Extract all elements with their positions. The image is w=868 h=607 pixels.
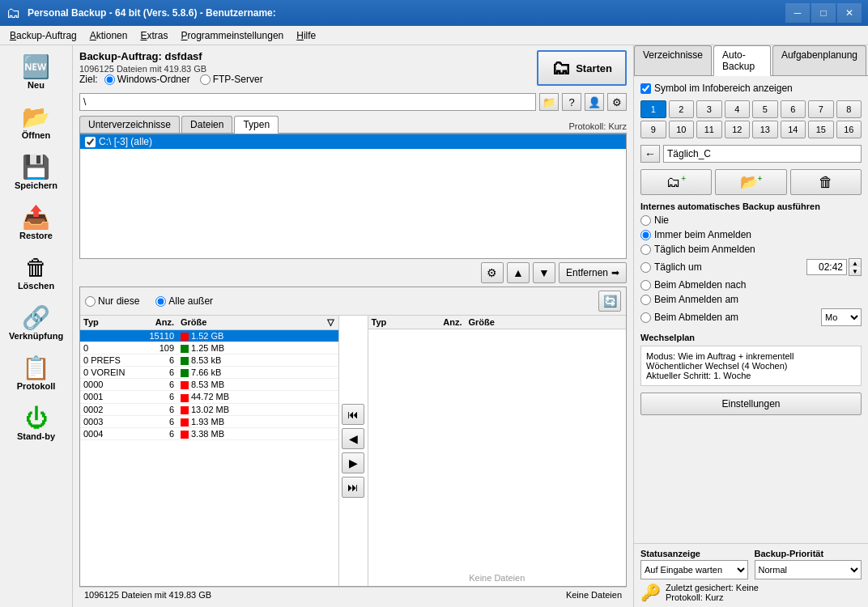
num-btn-7[interactable]: 7	[808, 100, 834, 118]
time-spin[interactable]: ▲ ▼	[849, 258, 862, 276]
radio-anmelden-am[interactable]: Beim Anmelden am	[640, 294, 862, 305]
sidebar-btn-oeffnen[interactable]: 📂 Öffnen	[4, 99, 69, 147]
move-all-left-button[interactable]: ⏮	[342, 404, 364, 425]
dir-item-c[interactable]: C:\ [-3] (alle)	[80, 134, 626, 149]
num-btn-11[interactable]: 11	[696, 121, 722, 138]
verknuepfung-label: Verknüpfung	[9, 331, 63, 341]
tool-settings-button[interactable]: ⚙	[481, 262, 504, 283]
target-windows[interactable]: Windows-Ordner	[104, 74, 190, 85]
type-row[interactable]: 0002613.02 MB	[80, 404, 338, 416]
sidebar: 🆕 Neu 📂 Öffnen 💾 Speichern 📤 Restore 🗑 L…	[0, 45, 73, 607]
path-settings-button[interactable]: ⚙	[607, 93, 627, 111]
num-btn-9[interactable]: 9	[640, 121, 666, 138]
rp-tab-aufgabenplanung[interactable]: Aufgabenplanung	[772, 45, 866, 75]
name-input[interactable]	[663, 145, 862, 163]
num-btn-14[interactable]: 14	[781, 121, 806, 138]
time-input[interactable]	[806, 259, 847, 275]
target-ftp[interactable]: FTP-Server	[200, 74, 263, 85]
sidebar-btn-verknuepfung[interactable]: 🔗 Verknüpfung	[4, 299, 69, 348]
menu-programmeinstellungen[interactable]: Programmeinstellungen	[174, 27, 290, 45]
num-btn-16[interactable]: 16	[836, 121, 862, 138]
loeschen-label: Löschen	[18, 281, 54, 291]
type-row[interactable]: 000463.38 MB	[80, 428, 338, 440]
num-btn-4[interactable]: 4	[725, 100, 751, 118]
minimize-button[interactable]: ─	[785, 3, 810, 23]
num-btn-1[interactable]: 1	[640, 100, 666, 118]
radio-taeglich-um[interactable]: Täglich um	[640, 261, 702, 273]
move-right-button[interactable]: ▶	[342, 452, 364, 473]
num-btn-8[interactable]: 8	[836, 100, 862, 118]
close-button[interactable]: ✕	[837, 3, 862, 23]
sidebar-btn-speichern[interactable]: 💾 Speichern	[4, 149, 69, 197]
num-btn-2[interactable]: 2	[669, 100, 695, 118]
type-table-left[interactable]: 151101.52 GB01091.25 MB0 PREFS68.53 kB0 …	[80, 330, 338, 586]
alle-ausser-radio[interactable]: Alle außer	[155, 295, 213, 307]
type-row[interactable]: 0 PREFS68.53 kB	[80, 354, 338, 367]
day-select[interactable]: MoDiMiDoFrSaSo	[821, 308, 862, 326]
tab-dateien[interactable]: Dateien	[181, 116, 232, 133]
radio-taeglich-anmelden[interactable]: Täglich beim Anmelden	[640, 244, 862, 255]
tool-down-button[interactable]: ▼	[533, 262, 555, 283]
neu-icon: 🆕	[22, 56, 50, 79]
wechselplan-box: Modus: Wie im Auftrag + inkrementell Wöc…	[640, 346, 862, 386]
sidebar-btn-standby[interactable]: ⏻ Stand-by	[4, 400, 69, 448]
num-btn-13[interactable]: 13	[752, 121, 778, 138]
move-left-button[interactable]: ◀	[342, 428, 364, 449]
maximize-button[interactable]: □	[811, 3, 836, 23]
entfernen-button[interactable]: Entfernen ➡	[559, 262, 627, 283]
sidebar-btn-neu[interactable]: 🆕 Neu	[4, 49, 69, 97]
type-row[interactable]: 000361.93 MB	[80, 416, 338, 428]
symbol-checkbox[interactable]	[640, 83, 651, 94]
tab-typen[interactable]: Typen	[234, 116, 279, 134]
time-up-arrow[interactable]: ▲	[849, 259, 861, 267]
menu-hilfe[interactable]: Hilfe	[290, 27, 322, 45]
dir-checkbox-c[interactable]	[85, 137, 96, 147]
status-area: Statusanzeige Auf Eingabe warten Minimie…	[634, 543, 868, 607]
sidebar-btn-loeschen[interactable]: 🗑 Löschen	[4, 249, 69, 298]
menu-backup-auftrag[interactable]: Backup-Auftrag	[3, 27, 83, 45]
num-btn-10[interactable]: 10	[669, 121, 695, 138]
num-btn-15[interactable]: 15	[808, 121, 834, 138]
path-browse-button[interactable]: 📁	[539, 93, 559, 111]
radio-immer[interactable]: Immer beim Anmelden	[640, 229, 862, 240]
statusanzeige-select[interactable]: Auf Eingabe warten Minimiert starten Aus…	[640, 560, 748, 579]
priority-select[interactable]: Normal Niedrig Hoch	[755, 560, 862, 579]
action-buttons: 🗂+ 📂+ 🗑	[640, 169, 862, 195]
add-existing-button[interactable]: 📂+	[715, 169, 786, 195]
type-row[interactable]: 0 VOREIN67.66 kB	[80, 367, 338, 379]
path-input[interactable]	[79, 93, 536, 111]
time-down-arrow[interactable]: ▼	[849, 267, 861, 275]
move-all-right-button[interactable]: ⏭	[342, 477, 364, 498]
nur-diese-radio[interactable]: Nur diese	[85, 295, 139, 307]
delete-job-button[interactable]: 🗑	[790, 169, 862, 195]
tool-up-button[interactable]: ▲	[507, 262, 530, 283]
rp-tab-autobackup[interactable]: Auto-Backup	[713, 45, 771, 76]
verknuepfung-icon: 🔗	[22, 307, 50, 329]
radio-abmelden-am[interactable]: Beim Abmelden am	[640, 312, 738, 323]
add-new-button[interactable]: 🗂+	[640, 169, 712, 195]
num-btn-5[interactable]: 5	[752, 100, 778, 118]
rp-tab-verzeichnisse[interactable]: Verzeichnisse	[634, 45, 712, 75]
start-button[interactable]: 🗂 Starten	[537, 50, 627, 86]
num-btn-3[interactable]: 3	[696, 100, 722, 118]
refresh-button[interactable]: 🔄	[598, 291, 621, 312]
sidebar-btn-restore[interactable]: 📤 Restore	[4, 199, 69, 248]
einstellungen-button[interactable]: Einstellungen	[640, 393, 862, 415]
radio-abmelden-nach[interactable]: Beim Abmelden nach	[640, 279, 862, 291]
num-btn-6[interactable]: 6	[781, 100, 806, 118]
menu-extras[interactable]: Extras	[134, 27, 174, 45]
radio-nie[interactable]: Nie	[640, 214, 862, 226]
back-button[interactable]: ←	[640, 145, 660, 163]
num-btn-12[interactable]: 12	[725, 121, 751, 138]
directory-list[interactable]: C:\ [-3] (alle)	[79, 134, 627, 259]
type-row[interactable]: 01091.25 MB	[80, 342, 338, 354]
path-question-button[interactable]: ?	[562, 93, 581, 111]
tab-unterverzeichnisse[interactable]: Unterverzeichnisse	[79, 116, 180, 133]
type-row[interactable]: 151101.52 GB	[80, 330, 338, 342]
type-row[interactable]: 0001644.72 MB	[80, 391, 338, 403]
sidebar-btn-protokoll[interactable]: 📋 Protokoll	[4, 350, 69, 398]
right-col-header: Typ Anz. Größe	[368, 316, 627, 329]
menu-aktionen[interactable]: Aktionen	[83, 27, 134, 45]
type-row[interactable]: 000068.53 MB	[80, 379, 338, 391]
path-user-button[interactable]: 👤	[585, 93, 604, 111]
